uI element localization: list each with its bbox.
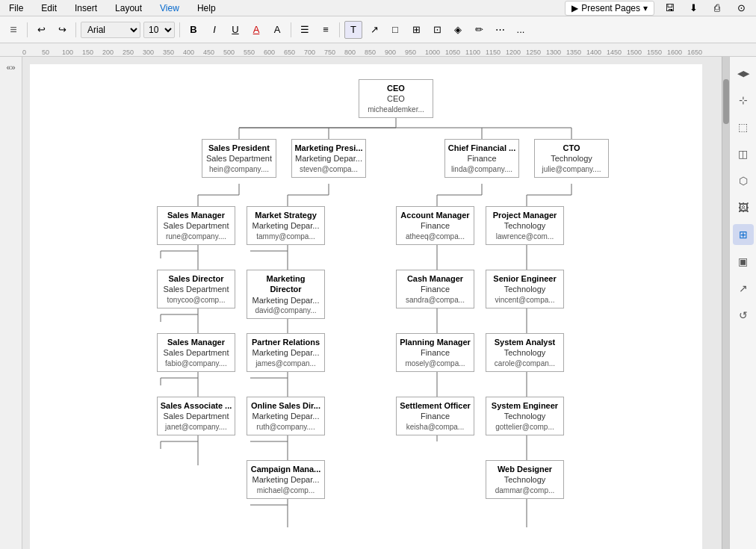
font-bg-button[interactable]: A [268, 21, 286, 39]
underline-button[interactable]: U [226, 21, 244, 39]
node-partner-rel[interactable]: Partner Relations Marketing Depar... jam… [247, 333, 325, 372]
left-expand-btn[interactable]: «» [4, 60, 19, 75]
node-campaign[interactable]: Campaign Mana... Marketing Depar... mich… [247, 460, 325, 499]
select-tool[interactable]: ⬚ [733, 117, 754, 137]
undo-button[interactable]: ↩ [32, 21, 50, 39]
node-sales-pres-title: Sales President [205, 143, 273, 153]
node-mkt-pres-dept: Marketing Depar... [294, 153, 363, 164]
download-button[interactable]: ⬇ [684, 0, 702, 17]
present-chevron: ▾ [643, 3, 648, 13]
fill-button[interactable]: ◈ [449, 21, 467, 39]
present-icon: ▶ [571, 3, 578, 13]
node-cto-dept: Technology [537, 153, 606, 164]
node-cfo-title: Chief Financial ... [447, 143, 516, 153]
node-cto-title: CTO [537, 143, 606, 153]
crop-button[interactable]: ⊡ [428, 21, 446, 39]
sep1 [27, 22, 28, 37]
node-acct-mgr[interactable]: Account Manager Finance atheeq@compa... [396, 206, 474, 245]
italic-button[interactable]: I [205, 21, 223, 39]
cursor-tool[interactable]: ⊹ [733, 90, 754, 111]
save-button[interactable]: 🖫 [660, 0, 678, 17]
font-family-select[interactable]: Arial Times New Roman Helvetica [81, 22, 140, 38]
node-mkt-strat[interactable]: Market Strategy Marketing Depar... tammy… [247, 206, 325, 245]
ruler: 0 50 100 150 200 250 300 350 400 450 500… [0, 43, 756, 57]
waypoint-tool-btn[interactable]: ↗ [733, 278, 754, 299]
line-button[interactable]: ✏ [470, 21, 488, 39]
node-ceo-title: CEO [362, 83, 430, 93]
menu-bar-right: ▶ Present Pages ▾ 🖫 ⬇ ⎙ ⊙ [565, 0, 750, 17]
node-sys-analyst[interactable]: System Analyst Technology carole@compan.… [486, 333, 564, 372]
node-sr-eng[interactable]: Senior Engineer Technology vincent@compa… [486, 270, 564, 308]
node-sales-assoc[interactable]: Sales Associate ... Sales Department jan… [157, 397, 235, 435]
node-mkt-pres-email: steven@compa... [294, 164, 363, 174]
node-sales-mgr2[interactable]: Sales Manager Sales Department fabio@com… [157, 333, 235, 372]
shape-insert-button[interactable]: □ [386, 21, 404, 39]
node-settlement[interactable]: Settlement Officer Finance keisha@compa.… [396, 397, 474, 435]
font-size-select[interactable]: 8 9 10 11 12 14 [143, 22, 175, 38]
menu-bar: File Edit Insert Layout View Help ▶ Pres… [0, 0, 756, 16]
container-tool-btn[interactable]: ▣ [733, 251, 754, 272]
present-label: Present Pages [581, 3, 640, 13]
menu-insert[interactable]: Insert [72, 1, 100, 15]
node-cfo-dept: Finance [447, 153, 516, 164]
canvas-area[interactable]: CEO CEO michealdemker... Sales President… [22, 57, 722, 549]
menu-help[interactable]: Help [194, 1, 219, 15]
node-ceo-dept: CEO [362, 93, 430, 104]
node-cto[interactable]: CTO Technology julie@company.... [534, 139, 609, 178]
align-left-button[interactable]: ☰ [296, 21, 314, 39]
node-cfo[interactable]: Chief Financial ... Finance linda@compan… [444, 139, 519, 178]
left-panel: «» [0, 57, 22, 549]
sep4 [291, 22, 291, 37]
menu-edit[interactable]: Edit [38, 1, 60, 15]
connector-style-button[interactable]: ↗ [365, 21, 383, 39]
node-sales-dir[interactable]: Sales Director Sales Department tonycoo@… [157, 270, 235, 308]
menu-layout[interactable]: Layout [112, 1, 145, 15]
vertical-scrollbar[interactable] [722, 57, 729, 549]
sep3 [179, 22, 180, 37]
node-sales-pres[interactable]: Sales President Sales Department hein@co… [202, 139, 276, 178]
node-proj-mgr[interactable]: Project Manager Technology lawrence@com.… [486, 206, 564, 245]
node-sys-eng[interactable]: System Engineer Technology gottelier@com… [486, 397, 564, 435]
font-color-button[interactable]: A [247, 21, 265, 39]
main-area: «» [0, 57, 756, 549]
print-button[interactable]: ⎙ [708, 0, 726, 17]
node-ceo[interactable]: CEO CEO michealdemker... [359, 79, 433, 118]
menu-view[interactable]: View [157, 1, 182, 15]
canvas-page: CEO CEO michealdemker... Sales President… [30, 64, 702, 549]
orgchart-tool-btn[interactable]: ⊞ [733, 224, 754, 245]
redo-button[interactable]: ↪ [53, 21, 71, 39]
image-tool-btn[interactable]: 🖼 [733, 197, 754, 218]
layer-tool[interactable]: ◫ [733, 143, 754, 164]
shape-tool-btn[interactable]: ⬡ [733, 170, 754, 191]
table-button[interactable]: ⊞ [407, 21, 425, 39]
align-center-button[interactable]: ≡ [317, 21, 335, 39]
present-pages-button[interactable]: ▶ Present Pages ▾ [565, 1, 654, 16]
toolbar: ≡ ↩ ↪ Arial Times New Roman Helvetica 8 … [0, 16, 756, 43]
node-plan-mgr[interactable]: Planning Manager Finance mosely@compa... [396, 333, 474, 372]
node-cash-mgr[interactable]: Cash Manager Finance sandra@compa... [396, 270, 474, 308]
node-sales-mgr1[interactable]: Sales Manager Sales Department rune@comp… [157, 206, 235, 245]
node-sales-pres-dept: Sales Department [205, 153, 273, 164]
node-sales-pres-email: hein@company.... [205, 164, 273, 174]
menu-file[interactable]: File [6, 1, 26, 15]
share-button[interactable]: ⊙ [732, 0, 750, 17]
node-mkt-pres[interactable]: Marketing Presi... Marketing Depar... st… [291, 139, 366, 178]
node-cto-email: julie@company.... [537, 164, 606, 174]
collapse-right-panel[interactable]: ◀▶ [733, 63, 754, 84]
node-ceo-email: michealdemker... [362, 105, 430, 114]
node-web-designer[interactable]: Web Designer Technology dammar@comp... [486, 460, 564, 499]
more-tools-button[interactable]: ... [512, 21, 530, 39]
history-tool-btn[interactable]: ↺ [733, 305, 754, 326]
right-panel: ◀▶ ⊹ ⬚ ◫ ⬡ 🖼 ⊞ ▣ ↗ ↺ [729, 57, 756, 549]
node-mkt-pres-title: Marketing Presi... [294, 143, 363, 153]
sep2 [75, 22, 76, 37]
node-mkt-dir[interactable]: Marketing Director Marketing Depar... da… [247, 270, 325, 319]
expand-button[interactable]: ≡ [4, 21, 22, 39]
text-tool-button[interactable]: T [344, 21, 362, 39]
bold-button[interactable]: B [185, 21, 202, 39]
node-online-sales[interactable]: Online Sales Dir... Marketing Depar... r… [247, 397, 325, 435]
sep5 [339, 22, 340, 37]
dash-button[interactable]: ⋯ [491, 21, 509, 39]
node-cfo-email: linda@company.... [447, 164, 516, 174]
